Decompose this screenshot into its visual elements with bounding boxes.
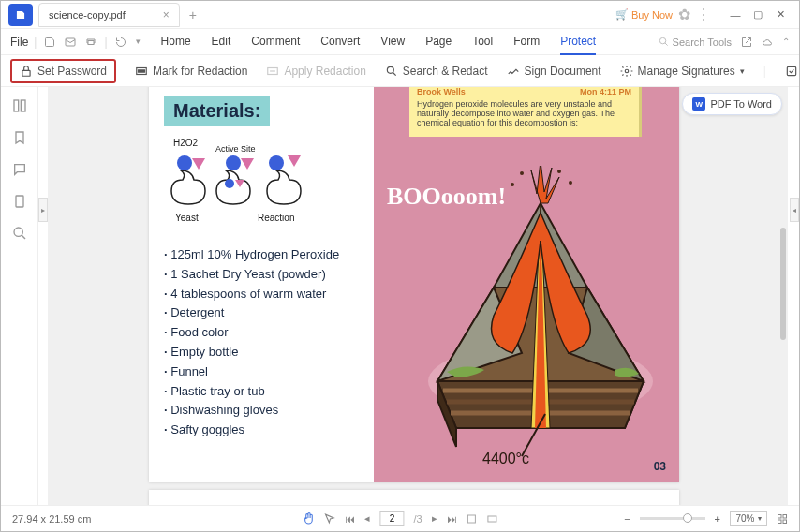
manage-signatures-button[interactable]: Manage Signatures ▾ xyxy=(620,65,745,78)
svg-rect-33 xyxy=(488,516,496,522)
next-page-icon[interactable]: ▸ xyxy=(432,512,437,525)
svg-point-8 xyxy=(387,66,393,73)
page-total: /3 xyxy=(413,513,422,525)
electronic-sig-button[interactable]: Electro xyxy=(785,65,799,78)
print-icon[interactable] xyxy=(85,37,96,48)
page-number-input[interactable] xyxy=(379,511,404,526)
page-number: 03 xyxy=(654,460,666,473)
zoom-value[interactable]: 70%▾ xyxy=(730,511,767,526)
kebab-menu-icon[interactable]: ⋮ xyxy=(696,6,711,23)
bookmark-icon[interactable] xyxy=(12,130,27,145)
apply-redaction-icon xyxy=(266,65,279,78)
comment-icon[interactable] xyxy=(12,162,27,177)
mark-redaction-button[interactable]: Mark for Redaction xyxy=(135,65,247,78)
search-panel-icon[interactable] xyxy=(12,226,27,241)
statusbar: 27.94 x 21.59 cm ⏮ ◂ /3 ▸ ⏭ − + 70%▾ xyxy=(1,505,799,531)
save-icon[interactable] xyxy=(44,37,55,48)
tab-form[interactable]: Form xyxy=(513,29,540,55)
zoom-slider-thumb[interactable] xyxy=(683,513,692,523)
search-redact-icon xyxy=(385,65,398,78)
prev-page-icon[interactable]: ◂ xyxy=(364,512,370,525)
svg-point-17 xyxy=(226,155,241,170)
svg-point-15 xyxy=(177,155,192,170)
svg-rect-6 xyxy=(139,69,145,71)
pdf-page: Materials: Active Site Yeast Reaction H2… xyxy=(149,87,679,482)
minimize-button[interactable]: — xyxy=(724,6,747,24)
tab-edit[interactable]: Edit xyxy=(212,29,231,55)
search-icon xyxy=(659,37,669,47)
hand-tool-icon[interactable] xyxy=(302,512,314,525)
thumbnails-icon[interactable] xyxy=(12,98,27,113)
close-window-button[interactable]: ✕ xyxy=(769,6,792,24)
svg-point-9 xyxy=(625,69,629,73)
tab-convert[interactable]: Convert xyxy=(320,29,360,55)
zoom-in-icon[interactable]: + xyxy=(715,513,720,525)
fit-page-icon[interactable] xyxy=(487,513,498,525)
mail-icon[interactable] xyxy=(65,37,76,48)
apply-redaction-button: Apply Redaction xyxy=(266,65,365,78)
sign-document-button[interactable]: Sign Document xyxy=(507,65,601,78)
page-left-column: Materials: Active Site Yeast Reaction H2… xyxy=(149,87,374,482)
search-redact-button[interactable]: Search & Redact xyxy=(385,65,488,78)
expand-left-handle[interactable]: ▸ xyxy=(38,198,48,222)
fullscreen-icon[interactable] xyxy=(777,513,788,525)
first-page-icon[interactable]: ⏮ xyxy=(345,513,355,525)
search-tools-input[interactable]: Search Tools xyxy=(659,37,732,48)
manage-sig-icon xyxy=(620,65,633,78)
tab-page[interactable]: Page xyxy=(425,29,452,55)
document-tab[interactable]: science-copy.pdf × xyxy=(38,3,180,27)
svg-rect-10 xyxy=(787,66,795,75)
redo-dropdown-icon[interactable]: ▾ xyxy=(136,37,141,48)
flower-icon[interactable]: ✿ xyxy=(678,6,690,23)
tab-view[interactable]: View xyxy=(380,29,405,55)
share-icon[interactable] xyxy=(741,37,752,48)
last-page-icon[interactable]: ⏭ xyxy=(447,513,457,525)
search-redact-label: Search & Redact xyxy=(403,65,488,78)
select-tool-icon[interactable] xyxy=(323,512,335,525)
list-item: Empty bottle xyxy=(164,343,359,362)
undo-icon[interactable] xyxy=(115,37,126,48)
list-item: Detergent xyxy=(164,303,359,323)
svg-point-27 xyxy=(569,181,572,185)
vertical-scrollbar[interactable] xyxy=(780,228,786,340)
svg-point-18 xyxy=(269,155,284,170)
svg-rect-2 xyxy=(88,40,94,44)
list-item: 4 tablespoons of warm water xyxy=(164,285,359,304)
tab-tool[interactable]: Tool xyxy=(472,29,493,55)
tab-comment[interactable]: Comment xyxy=(251,29,300,55)
zoom-slider[interactable] xyxy=(640,517,705,520)
protect-toolbar: Set Password Mark for Redaction Apply Re… xyxy=(1,55,799,87)
set-password-button[interactable]: Set Password xyxy=(10,59,116,83)
titlebar: science-copy.pdf × + 🛒 Buy Now ✿ ⋮ — ▢ ✕ xyxy=(1,1,799,29)
svg-text:4400°c: 4400°c xyxy=(482,451,529,466)
svg-rect-13 xyxy=(16,196,23,207)
fit-width-icon[interactable] xyxy=(467,513,478,525)
sticky-note[interactable]: Brook Wells Mon 4:11 PM Hydrogen peroxid… xyxy=(409,87,642,137)
tab-protect[interactable]: Protect xyxy=(560,29,596,55)
svg-rect-32 xyxy=(468,515,476,523)
list-item: Funnel xyxy=(164,362,359,382)
esig-icon xyxy=(785,65,798,78)
expand-right-handle[interactable]: ◂ xyxy=(790,198,799,222)
pdf-to-word-button[interactable]: W PDF To Word xyxy=(682,93,782,115)
cloud-icon[interactable] xyxy=(762,37,773,48)
svg-point-14 xyxy=(14,228,22,236)
collapse-ribbon-icon[interactable]: ⌃ xyxy=(782,37,790,47)
list-item: 125ml 10% Hydrogen Peroxide xyxy=(164,245,359,265)
materials-heading: Materials: xyxy=(164,96,270,126)
word-icon: W xyxy=(692,97,705,111)
attachment-icon[interactable] xyxy=(12,194,27,209)
menu-tabs: Home Edit Comment Convert View Page Tool… xyxy=(161,29,597,55)
close-tab-icon[interactable]: × xyxy=(163,8,170,22)
tab-home[interactable]: Home xyxy=(161,29,191,55)
new-tab-button[interactable]: + xyxy=(189,7,197,22)
mark-redaction-label: Mark for Redaction xyxy=(153,65,247,78)
buy-now-label: Buy Now xyxy=(631,9,673,21)
maximize-button[interactable]: ▢ xyxy=(747,6,769,24)
file-menu[interactable]: File xyxy=(10,36,28,49)
list-item: Safty goggles xyxy=(164,421,359,440)
zoom-out-icon[interactable]: − xyxy=(624,513,630,525)
page-nav-controls: ⏮ ◂ /3 ▸ ⏭ xyxy=(302,511,497,526)
buy-now-link[interactable]: 🛒 Buy Now xyxy=(615,8,673,21)
svg-point-25 xyxy=(557,170,561,173)
